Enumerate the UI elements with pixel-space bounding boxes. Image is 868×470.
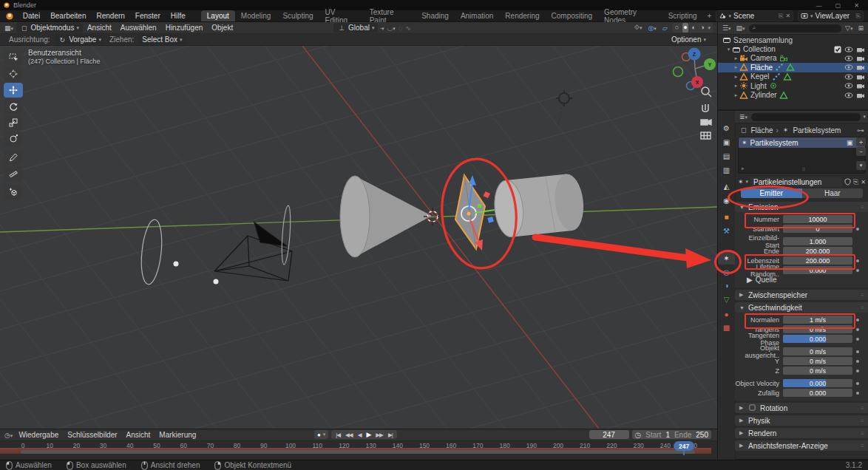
animate-dot[interactable]	[856, 228, 859, 231]
properties-tab-physics[interactable]: ◎	[718, 266, 735, 279]
viewport-menu-auswählen[interactable]: Auswählen	[116, 23, 161, 33]
properties-tab-scene[interactable]: ◭	[718, 180, 735, 193]
property-field[interactable]: 0.000	[783, 379, 852, 387]
collection-checkbox[interactable]	[833, 45, 842, 54]
outliner-row-collection[interactable]: ▾Collection	[718, 44, 868, 53]
outliner-row-light[interactable]: ▸Light	[718, 81, 868, 90]
workspace-tab-shading[interactable]: Shading	[416, 10, 455, 21]
timeline-menu-ansicht[interactable]: Ansicht	[122, 431, 155, 439]
properties-tab-world[interactable]: ◉	[718, 194, 735, 207]
expand-caret-icon[interactable]: ▸	[733, 55, 739, 61]
properties-tab-view-layer[interactable]: ▥	[718, 164, 735, 177]
properties-tab-render[interactable]: ▣	[718, 136, 735, 149]
axis-ball-neg-y[interactable]	[674, 67, 683, 77]
properties-tab-particles[interactable]: ✶	[718, 252, 735, 265]
outliner-row-kegel[interactable]: ▸Kegel	[718, 72, 868, 81]
viewlayer-selector[interactable]: ▾ ViewLayer ⎘	[798, 10, 864, 21]
editor-type-icon[interactable]: ◷▾	[3, 432, 14, 439]
panel-header-zwischenspeicher[interactable]: ▶Zwischenspeicher≡	[735, 290, 868, 300]
end-value[interactable]: 250	[696, 431, 708, 439]
tool-rotate-button[interactable]	[4, 99, 23, 114]
close-button[interactable]: ✕	[854, 2, 859, 9]
add-particle-system-button[interactable]: ＋	[856, 137, 866, 146]
property-field[interactable]: 0	[783, 225, 852, 233]
tool-select-box-button[interactable]	[4, 50, 23, 65]
particle-system-list-item[interactable]: ✶ Partikelsystem ▣ ▦	[739, 137, 865, 148]
tool-annotate-button[interactable]	[4, 150, 23, 165]
menu-fenster[interactable]: Fenster	[130, 11, 166, 21]
unlink-datablock-icon[interactable]: ✕	[861, 179, 866, 185]
new-datablock-icon[interactable]: ⎘	[853, 178, 858, 186]
timeline-scrollbar[interactable]	[21, 450, 695, 454]
particle-type-haar-button[interactable]: Haar	[802, 188, 864, 198]
hide-eye-icon[interactable]	[844, 72, 853, 81]
empty-object[interactable]	[556, 90, 572, 126]
menu-bearbeiten[interactable]: Bearbeiten	[45, 11, 91, 21]
outliner-row-root[interactable]: Szenensammlung	[718, 35, 868, 44]
falloff-icon[interactable]: ∿	[404, 24, 413, 32]
play-button[interactable]: ▶	[365, 431, 372, 438]
jump-to-start-button[interactable]: |◀	[334, 432, 342, 438]
property-field[interactable]: 1 m/s	[783, 316, 852, 324]
expand-caret-icon[interactable]: ▸	[733, 83, 739, 89]
ortho-grid-icon[interactable]	[701, 132, 711, 139]
menu-hilfe[interactable]: Hilfe	[166, 11, 191, 21]
tool-scale-button[interactable]	[4, 115, 23, 130]
panel-header-ansichtsfenster-anzeige[interactable]: ▶Ansichtsfenster-Anzeige≡	[735, 440, 868, 451]
properties-tab-object[interactable]: ■	[718, 211, 735, 223]
scene-selector[interactable]: ▾ Scene ⎘ ✕	[716, 10, 793, 21]
workspace-tab-compositing[interactable]: Compositing	[546, 10, 599, 21]
properties-search-input[interactable]	[751, 113, 861, 121]
list-expand-icon[interactable]: ▸	[742, 166, 745, 171]
animate-dot[interactable]	[856, 382, 859, 385]
animate-dot[interactable]	[856, 269, 859, 272]
property-field[interactable]: 0.000	[783, 335, 852, 343]
current-frame-field[interactable]: 247	[589, 430, 629, 439]
property-field[interactable]: 0.000	[783, 266, 852, 274]
new-viewlayer-icon[interactable]: ⎘	[856, 13, 861, 20]
animate-dot[interactable]	[856, 338, 859, 341]
orientation-dropdown[interactable]: ⊥ Global ▾	[333, 23, 378, 33]
breadcrumb-object[interactable]: Fläche	[750, 126, 773, 134]
list-specials-button[interactable]: ▾	[856, 161, 866, 170]
hide-eye-icon[interactable]	[844, 63, 853, 72]
play-reverse-button[interactable]: ◀	[356, 432, 363, 438]
fake-user-shield-icon[interactable]	[844, 178, 851, 185]
property-field[interactable]: 0 m/s	[783, 357, 852, 365]
pin-icon[interactable]: ⊶	[857, 126, 864, 134]
properties-tab-texture[interactable]: ▩	[718, 321, 735, 334]
animate-dot[interactable]	[856, 319, 859, 321]
workspace-tab-rendering[interactable]: Rendering	[499, 10, 545, 21]
expand-caret-icon[interactable]: ▸	[733, 74, 739, 80]
breadcrumb-system[interactable]: Partikelsystem	[793, 126, 841, 134]
menu-datei[interactable]: Datei	[18, 11, 45, 21]
expand-caret-icon[interactable]: ▸	[733, 92, 739, 98]
show-overlays-icon[interactable]: ◎▾	[646, 24, 657, 32]
workspace-tab-modeling[interactable]: Modeling	[235, 10, 277, 21]
animate-dot[interactable]	[856, 369, 859, 372]
property-field[interactable]: 1.000	[783, 237, 852, 245]
start-value[interactable]: 1	[665, 431, 670, 439]
outliner-row-camera[interactable]: ▸Camera	[718, 54, 868, 63]
viewport-menu-objekt[interactable]: Objekt	[207, 23, 237, 33]
next-keyframe-button[interactable]: ▶▶	[374, 432, 384, 438]
panel-header-emission[interactable]: ▼Emission≡	[735, 202, 868, 212]
animate-dot[interactable]	[856, 392, 859, 395]
pivot-point-icon[interactable]: ∙▾	[378, 24, 385, 32]
workspace-tab-sculpting[interactable]: Sculpting	[277, 10, 319, 21]
viewport-menu-ansicht[interactable]: Ansicht	[83, 23, 116, 33]
disable-render-icon[interactable]	[856, 63, 865, 72]
add-workspace-button[interactable]: +	[703, 10, 716, 21]
property-field[interactable]: 0 m/s	[783, 325, 852, 333]
viewport-menu-hinzufügen[interactable]: Hinzufügen	[161, 23, 208, 33]
pan-hand-icon[interactable]	[702, 104, 708, 112]
animate-dot[interactable]	[856, 259, 859, 262]
shading-rendered-icon[interactable]: ◑	[699, 23, 705, 33]
shading-material-icon[interactable]: ◐	[691, 23, 696, 33]
hide-eye-icon[interactable]	[844, 81, 853, 90]
workspace-tab-layout[interactable]: Layout	[201, 10, 235, 21]
cone-object[interactable]	[340, 176, 432, 257]
panel-checkbox[interactable]	[748, 403, 757, 412]
datablock-name-field[interactable]: Partikeleinstellungen	[750, 177, 842, 187]
chevron-down-icon[interactable]: ▾	[746, 179, 749, 185]
